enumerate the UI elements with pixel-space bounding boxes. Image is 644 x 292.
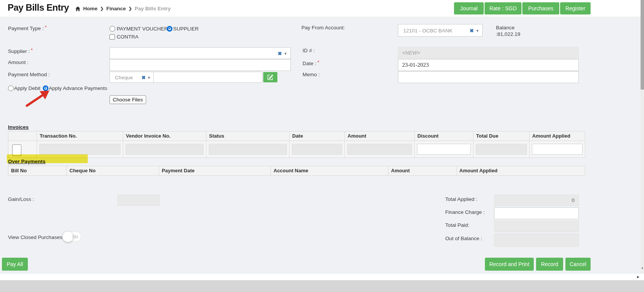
supplier-select[interactable]: ✖ ▼	[109, 47, 291, 59]
purchases-button[interactable]: Purchases	[522, 2, 559, 14]
dropdown-caret-icon[interactable]: ▼	[284, 52, 287, 56]
breadcrumb-separator: ❯	[100, 6, 104, 11]
finance-charge-input[interactable]	[494, 207, 579, 219]
clear-icon[interactable]: ✖	[142, 74, 146, 80]
balance-label: Balance	[496, 25, 515, 30]
invoice-discount-cell	[415, 141, 473, 157]
dropdown-caret-icon[interactable]: ▼	[147, 76, 151, 80]
transaction-no-field-disabled	[39, 144, 121, 155]
contra-checkbox[interactable]	[109, 34, 115, 40]
overpayments-col-bill-no: Bill No	[8, 166, 67, 175]
required-asterisk: *	[317, 60, 319, 65]
apply-advance-payments-label: Apply Advance Payments	[49, 85, 107, 91]
vertical-scrollbar-thumb[interactable]	[641, 0, 644, 90]
contra-label: CONTRA	[117, 34, 138, 40]
invoices-col-vendor-invoice-no: Vendor Invoice No.	[123, 132, 206, 141]
invoices-col-total-due: Total Due	[473, 132, 530, 141]
clear-icon[interactable]: ✖	[278, 50, 282, 56]
supplier-radio[interactable]	[167, 26, 172, 32]
breadcrumb-home[interactable]: Home	[83, 6, 98, 11]
required-asterisk: *	[45, 25, 47, 30]
over-payments-link[interactable]: Over Payments	[8, 159, 45, 164]
invoice-select-cell	[8, 141, 37, 157]
breadcrumb-current: Pay Bills Entry	[135, 6, 171, 11]
apply-debit-label: Apply Debit	[14, 85, 40, 91]
supplier-label: Supplier :*	[8, 48, 33, 54]
cheque-number-input[interactable]	[153, 72, 262, 83]
invoices-entry-row	[8, 141, 585, 157]
invoices-col-status: Status	[206, 132, 290, 141]
breadcrumb-finance[interactable]: Finance	[106, 6, 126, 11]
invoice-amount-applied-cell	[530, 141, 585, 157]
edit-cheque-button[interactable]	[263, 72, 277, 82]
apply-advance-payments-radio[interactable]	[43, 85, 48, 91]
payment-voucher-radio[interactable]	[109, 26, 115, 32]
page-title: Pay Bills Entry	[8, 2, 69, 13]
vendor-invoice-no-field-disabled	[126, 144, 204, 155]
choose-files-button[interactable]: Choose Files	[109, 95, 146, 104]
date-input[interactable]	[398, 59, 579, 71]
horizontal-scrollbar[interactable]: ▶	[0, 274, 644, 280]
payment-type-label: Payment Type :*	[8, 26, 47, 31]
total-due-field-disabled	[476, 144, 527, 155]
total-paid-field-disabled	[494, 221, 579, 232]
pay-all-button[interactable]: Pay All	[2, 258, 28, 271]
overpayments-col-payment-date: Payment Date	[159, 166, 271, 175]
clear-icon[interactable]: ✖	[470, 27, 474, 33]
amount-input[interactable]	[109, 59, 291, 71]
amount-label: Amount :	[8, 59, 29, 65]
scroll-down-arrow-icon[interactable]: ▼	[641, 267, 644, 270]
total-paid-label: Total Paid:	[445, 222, 469, 228]
required-asterisk: *	[31, 48, 33, 53]
over-payments-header-row: Bill No Cheque No Payment Date Account N…	[8, 166, 585, 175]
invoices-link[interactable]: Invoices	[8, 124, 29, 130]
total-applied-label: Total Applied :	[445, 196, 477, 202]
breadcrumb-separator: ❯	[129, 6, 132, 11]
payment-method-label: Payment Method :	[8, 72, 50, 77]
discount-input[interactable]	[417, 144, 471, 155]
invoice-date-cell	[290, 141, 345, 157]
over-payments-table: Bill No Cheque No Payment Date Account N…	[8, 166, 585, 176]
bottom-band	[0, 280, 644, 292]
out-of-balance-field-disabled	[494, 234, 579, 247]
edit-icon	[267, 74, 273, 80]
gain-loss-field-disabled	[118, 195, 159, 206]
view-closed-purchases-toggle[interactable]: No	[63, 231, 81, 242]
cancel-button[interactable]: Cancel	[565, 258, 591, 271]
out-of-balance-label: Out of Balance :	[445, 236, 482, 241]
vertical-scrollbar[interactable]: ▼	[641, 0, 644, 274]
memo-input[interactable]	[398, 71, 579, 83]
pay-bills-entry-page: Pay Bills Entry Home ❯ Finance ❯ Pay Bil…	[0, 0, 644, 292]
payment-method-value: Cheque	[115, 74, 133, 80]
pay-from-account-select[interactable]: 12101 - OCBC BANK ✖ ▼	[398, 24, 483, 37]
balance-value: :81,022.19	[496, 31, 520, 37]
register-button[interactable]: Register	[560, 2, 591, 14]
invoices-col-amount: Amount	[345, 132, 415, 141]
rate-button[interactable]: Rate : SGD	[485, 2, 522, 14]
overpayments-col-cheque-no: Cheque No	[67, 166, 159, 175]
amount-field-disabled	[347, 144, 412, 155]
dropdown-caret-icon[interactable]: ▼	[476, 29, 479, 33]
scroll-right-arrow-icon[interactable]: ▶	[637, 275, 639, 279]
journal-button[interactable]: Journal	[454, 2, 484, 14]
overpayments-col-account-name: Account Name	[271, 166, 388, 175]
invoices-col-discount: Discount	[415, 132, 473, 141]
supplier-radio-label: SUPPLIER	[173, 26, 199, 32]
apply-debit-radio[interactable]	[8, 85, 14, 91]
record-and-print-button[interactable]: Record and Print	[485, 258, 534, 271]
date-label: Date :*	[303, 61, 319, 66]
home-icon	[75, 6, 80, 11]
payment-method-select[interactable]: Cheque ✖ ▼	[109, 72, 154, 83]
gain-loss-label: Gain/Loss :	[8, 196, 34, 202]
invoice-row-checkbox[interactable]	[12, 144, 21, 156]
invoice-transaction-cell	[37, 141, 123, 157]
overpayments-col-amount: Amount	[388, 166, 457, 175]
overpayments-col-amount-applied: Amount Applied	[457, 166, 585, 175]
toggle-state-label: No	[72, 234, 78, 239]
pay-from-account-value: 12101 - OCBC BANK	[403, 27, 452, 33]
breadcrumb: Home ❯ Finance ❯ Pay Bills Entry	[75, 6, 171, 11]
amount-applied-input[interactable]	[532, 144, 583, 155]
invoice-amount-cell	[345, 141, 415, 157]
invoice-status-cell	[206, 141, 290, 157]
record-button[interactable]: Record	[536, 258, 563, 271]
